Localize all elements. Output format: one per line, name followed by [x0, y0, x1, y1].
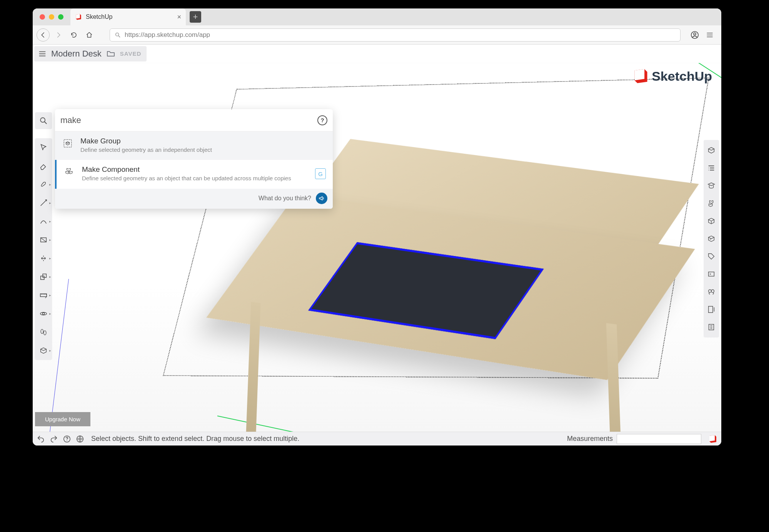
folder-icon[interactable]: [106, 49, 115, 58]
status-bar: Select objects. Shift to extend select. …: [33, 432, 721, 446]
file-name[interactable]: Modern Desk: [51, 49, 102, 59]
sketchup-logo: SketchUp: [632, 68, 712, 85]
components-panel-icon[interactable]: [704, 195, 719, 212]
logo-text: SketchUp: [652, 69, 712, 84]
close-tab-icon[interactable]: ×: [177, 13, 181, 21]
svg-point-27: [711, 290, 714, 293]
green-axis: [217, 416, 556, 432]
paint-tool[interactable]: ▸: [35, 175, 52, 194]
forward-button[interactable]: [52, 28, 65, 42]
chevron-right-icon: ▸: [49, 238, 51, 242]
content-area: SketchUp ▸ ▸: [33, 63, 721, 432]
help-icon[interactable]: ?: [317, 115, 327, 125]
browser-nav-bar: https://app.sketchup.com/app: [33, 25, 721, 45]
window-controls: [33, 14, 70, 20]
rectangle-tool[interactable]: ▸: [35, 231, 52, 249]
chevron-right-icon: ▸: [49, 183, 51, 186]
tags-panel-icon[interactable]: [704, 248, 719, 265]
svg-point-2: [116, 33, 119, 36]
shortcut-key: G: [315, 168, 326, 179]
svg-point-26: [709, 290, 711, 293]
back-button[interactable]: [37, 28, 50, 42]
maximize-window-button[interactable]: [58, 14, 63, 20]
status-hint: Select objects. Shift to extend select. …: [91, 435, 299, 443]
left-toolbar: ▸ ▸ ▸ ▸ ▸: [35, 138, 52, 360]
soften-panel-icon[interactable]: [704, 301, 719, 318]
svg-marker-1: [76, 14, 80, 19]
chevron-right-icon: ▸: [49, 349, 51, 352]
measurements-label: Measurements: [567, 435, 613, 443]
command-search-popover: ? Make Group Define selected geometry as…: [55, 109, 333, 209]
svg-line-3: [118, 36, 120, 37]
selected-face: [308, 242, 544, 339]
result-description: Define selected geometry as an object th…: [82, 175, 308, 182]
make-component-icon: [63, 166, 75, 178]
new-tab-button[interactable]: +: [190, 11, 201, 23]
command-search-row: ?: [55, 109, 333, 131]
scenes-panel-icon[interactable]: [704, 265, 719, 283]
save-state-label: SAVED: [120, 50, 142, 57]
line-tool[interactable]: ▸: [35, 194, 52, 212]
svg-marker-13: [635, 69, 645, 80]
select-tool[interactable]: [35, 138, 52, 157]
move-tool[interactable]: ▸: [35, 268, 52, 286]
walk-tool[interactable]: [35, 323, 52, 341]
entity-info-panel-icon[interactable]: [704, 141, 719, 159]
browser-window: SketchUp × + https://app.sk: [33, 8, 721, 446]
arc-tool[interactable]: ▸: [35, 212, 52, 231]
display-panel-icon[interactable]: [704, 283, 719, 301]
account-icon[interactable]: [691, 31, 699, 39]
result-title: Make Component: [82, 165, 308, 174]
chevron-right-icon: ▸: [49, 219, 51, 223]
undo-button[interactable]: [37, 435, 45, 443]
close-window-button[interactable]: [40, 14, 45, 20]
svg-rect-19: [43, 274, 46, 278]
feedback-prompt: What do you think?: [259, 195, 311, 202]
result-title: Make Group: [80, 137, 326, 145]
search-result-make-group[interactable]: Make Group Define selected geometry as a…: [55, 131, 333, 160]
url-text: https://app.sketchup.com/app: [125, 31, 210, 39]
styles-panel-icon[interactable]: [704, 230, 719, 248]
svg-rect-28: [709, 306, 713, 313]
reload-button[interactable]: [67, 28, 80, 42]
url-bar[interactable]: https://app.sketchup.com/app: [110, 28, 681, 42]
chevron-right-icon: ▸: [49, 201, 51, 205]
home-button[interactable]: [83, 28, 96, 42]
eraser-tool[interactable]: [35, 157, 52, 175]
svg-point-24: [43, 331, 46, 335]
language-button[interactable]: [76, 435, 84, 443]
redo-button[interactable]: [50, 435, 58, 443]
chevron-right-icon: ▸: [49, 293, 51, 297]
command-search-input[interactable]: [60, 115, 314, 125]
file-info-pill: Modern Desk SAVED: [34, 46, 147, 62]
push-pull-tool[interactable]: ▸: [35, 249, 52, 268]
app-menu-icon[interactable]: [38, 50, 47, 58]
svg-line-17: [41, 238, 47, 242]
megaphone-icon[interactable]: [316, 193, 327, 204]
outliner-panel-icon[interactable]: [704, 159, 719, 177]
tape-measure-tool[interactable]: ▸: [35, 286, 52, 304]
tab-strip: SketchUp × +: [33, 8, 721, 25]
svg-marker-34: [709, 435, 715, 441]
chevron-right-icon: ▸: [49, 256, 51, 260]
browser-menu-icon[interactable]: [706, 31, 714, 39]
orbit-tool[interactable]: ▸: [35, 304, 52, 323]
app-header: Modern Desk SAVED: [33, 45, 721, 63]
svg-line-15: [45, 122, 47, 124]
command-search-button[interactable]: [35, 112, 52, 129]
materials-panel-icon[interactable]: [704, 212, 719, 230]
minimize-window-button[interactable]: [49, 14, 54, 20]
search-result-make-component[interactable]: Make Component Define selected geometry …: [55, 160, 333, 188]
chevron-right-icon: ▸: [49, 275, 51, 279]
svg-point-5: [694, 33, 696, 35]
sketchup-badge-icon: [708, 434, 717, 444]
browser-tab-active[interactable]: SketchUp ×: [70, 8, 186, 25]
upgrade-now-button[interactable]: Upgrade Now: [35, 412, 90, 426]
svg-rect-20: [40, 294, 47, 296]
svg-rect-18: [41, 276, 44, 279]
warehouse-panel-icon[interactable]: [704, 318, 719, 336]
measurements-input[interactable]: [617, 434, 701, 444]
section-tool[interactable]: ▸: [35, 341, 52, 360]
help-button[interactable]: [63, 435, 71, 443]
instructor-panel-icon[interactable]: [704, 177, 719, 195]
